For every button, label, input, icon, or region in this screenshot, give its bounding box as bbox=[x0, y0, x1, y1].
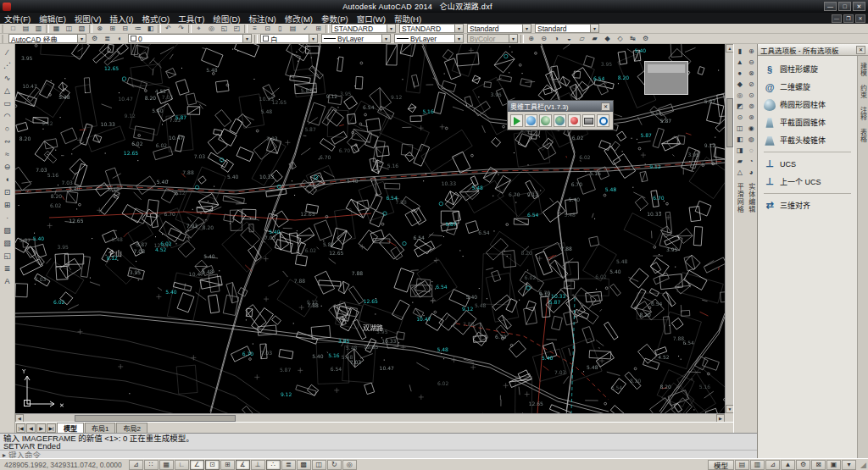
tool-palettes-title-bar[interactable]: 工具选项板 - 所有选项板 ✕ bbox=[758, 44, 868, 56]
zoom-previous-button[interactable]: ◰ bbox=[231, 24, 243, 33]
polygon-button[interactable]: △ bbox=[1, 84, 14, 97]
doc-minimize-button[interactable]: — bbox=[832, 14, 842, 23]
annotation-visibility-button[interactable]: ▲ bbox=[781, 460, 795, 470]
make-block-button[interactable]: ⊞ bbox=[1, 198, 14, 211]
solid-editing-tool-10-button[interactable]: ◔ bbox=[746, 156, 757, 167]
palette-item-helix-cylinder[interactable]: §圆柱形螺旋 bbox=[760, 60, 855, 78]
tab-nav-1[interactable]: ◀ bbox=[26, 423, 36, 433]
new-button[interactable]: □ bbox=[7, 24, 19, 33]
layer-properties-button[interactable]: ≣ bbox=[101, 34, 114, 43]
solid-editing-tool-3-button[interactable]: ⊘ bbox=[746, 79, 757, 90]
menu-view[interactable]: 视图(V) bbox=[70, 13, 106, 24]
publish-button[interactable]: ▧ bbox=[75, 24, 88, 33]
linetype-dropdown[interactable]: ByLayer▾ bbox=[321, 34, 391, 43]
arc-button[interactable]: ◠ bbox=[1, 109, 14, 122]
palette-item-cone-frustum[interactable]: 平截面圆锥体 bbox=[760, 113, 855, 131]
menu-dimension[interactable]: 标注(N) bbox=[245, 13, 281, 24]
solid-editing-tool-7-button[interactable]: ◉ bbox=[746, 123, 757, 134]
tab-nav-2[interactable]: ▶ bbox=[36, 423, 46, 433]
solid-editing-tool-9-button[interactable]: ◌ bbox=[746, 145, 757, 156]
menu-tools[interactable]: 工具(T) bbox=[174, 13, 209, 24]
menu-modify[interactable]: 修改(M) bbox=[281, 13, 317, 24]
menu-file[interactable]: 文件(F) bbox=[0, 13, 35, 24]
menu-format[interactable]: 格式(O) bbox=[137, 13, 174, 24]
doc-close-button[interactable]: ✕ bbox=[855, 14, 865, 23]
toolbar-grab-handle[interactable] bbox=[2, 25, 5, 33]
palette-tab-2[interactable]: 注释 bbox=[859, 107, 868, 120]
tool-palettes-button[interactable]: ▯ bbox=[274, 24, 287, 33]
markup-set-manager-button[interactable]: ✓ bbox=[299, 24, 312, 33]
layer-settings-button[interactable]: ⚙ bbox=[639, 34, 652, 43]
modeling-tool-7-button[interactable]: ◫ bbox=[734, 123, 745, 134]
clean-screen-button[interactable]: ▣ bbox=[826, 460, 841, 470]
block-editor-button[interactable]: ◧ bbox=[144, 24, 157, 33]
zoom-realtime-button[interactable]: ◎ bbox=[205, 24, 218, 33]
quick-view-layouts-button[interactable]: ▤ bbox=[735, 460, 749, 470]
drawing-canvas[interactable] bbox=[15, 44, 725, 413]
modeling-tool-9-button[interactable]: ◨ bbox=[734, 145, 745, 156]
tab-布局2[interactable]: 布局2 bbox=[116, 423, 147, 433]
3d-object-snap-toggle[interactable]: ⊞ bbox=[220, 460, 235, 470]
solid-editing-tool-2-button[interactable]: ⊗ bbox=[746, 68, 757, 79]
dynamic-input-toggle[interactable]: ∴ bbox=[266, 460, 281, 470]
layer-walk-button[interactable]: ↹ bbox=[626, 34, 639, 43]
layer-off-button[interactable]: ▰ bbox=[588, 34, 601, 43]
palette-item-pyramid-frustum[interactable]: 平截头棱锥体 bbox=[760, 131, 855, 149]
solid-editing-tool-11-button[interactable]: ◕ bbox=[746, 167, 757, 178]
object-snap-toggle[interactable]: ⊡ bbox=[205, 460, 220, 470]
minimize-button[interactable]: — bbox=[824, 2, 837, 11]
modeling-tool-6-button[interactable]: ⊙ bbox=[734, 112, 745, 123]
properties-button[interactable]: ≡ bbox=[248, 24, 261, 33]
match-properties-button[interactable]: ≔ bbox=[131, 24, 144, 33]
doc-restore-button[interactable]: ❐ bbox=[843, 14, 854, 23]
open-button[interactable]: ▤ bbox=[19, 24, 32, 33]
menu-insert[interactable]: 插入(I) bbox=[105, 13, 137, 24]
solid-editing-tool-4-button[interactable]: ⊙ bbox=[746, 90, 757, 101]
close-button[interactable]: ✕ bbox=[853, 2, 865, 11]
vertical-scroll-thumb[interactable] bbox=[726, 98, 733, 147]
table-button[interactable]: ≣ bbox=[1, 262, 14, 274]
menu-edit[interactable]: 编辑(E) bbox=[35, 13, 70, 24]
table-style-dropdown[interactable]: Standard▾ bbox=[467, 24, 531, 33]
dimension-style-dropdown[interactable]: STANDARD▾ bbox=[399, 24, 464, 33]
layer-unlock-button[interactable]: ◇ bbox=[614, 34, 626, 43]
modeling-tool-2-button[interactable]: ● bbox=[734, 68, 745, 79]
hatch-button[interactable]: ▨ bbox=[1, 224, 14, 236]
solid-editing-tool-6-button[interactable]: ⊛ bbox=[746, 112, 757, 123]
snap-mode-toggle[interactable]: ∷ bbox=[144, 460, 159, 470]
circle-button[interactable]: ○ bbox=[1, 122, 14, 135]
redo-button[interactable]: ↷ bbox=[175, 24, 187, 33]
compass-icon[interactable] bbox=[597, 114, 609, 127]
map-layer-icon[interactable] bbox=[539, 114, 552, 127]
workspace-settings-button[interactable]: ⚙ bbox=[88, 34, 101, 43]
tab-nav-3[interactable]: ▶| bbox=[47, 423, 56, 433]
layer-lock-button[interactable]: ◆ bbox=[601, 34, 614, 43]
modeling-tool-10-button[interactable]: ▰ bbox=[734, 156, 745, 167]
lineweight-display-toggle[interactable]: ≣ bbox=[281, 460, 296, 470]
layer-dropdown[interactable]: 0▾ bbox=[128, 34, 252, 43]
solid-editing-tool-5-button[interactable]: ⊚ bbox=[746, 101, 757, 112]
earth-icon[interactable] bbox=[554, 114, 566, 127]
palette-tab-1[interactable]: 约束 bbox=[859, 85, 868, 98]
marker-icon[interactable] bbox=[568, 114, 581, 127]
modeling-tool-4-button[interactable]: ◎ bbox=[734, 90, 745, 101]
tab-nav-0[interactable]: |◀ bbox=[16, 423, 25, 433]
spline-button[interactable]: ≈ bbox=[1, 147, 14, 160]
toolbar-lock-button[interactable]: ⊠ bbox=[811, 460, 826, 470]
toolbar-grab-handle[interactable] bbox=[2, 35, 5, 43]
revision-cloud-button[interactable]: ∾ bbox=[1, 135, 14, 147]
menu-window[interactable]: 窗口(W) bbox=[353, 13, 390, 24]
quick-calc-button[interactable]: ⊞ bbox=[312, 24, 325, 33]
construction-line-button[interactable]: ⋰ bbox=[1, 58, 14, 71]
color-dropdown[interactable]: 白▾ bbox=[260, 34, 318, 43]
palette-item-ucs[interactable]: ⊥UCS bbox=[760, 155, 855, 173]
layer-previous-button[interactable]: ⊖ bbox=[537, 34, 550, 43]
plot-style-dropdown[interactable]: ByColor▾ bbox=[467, 34, 518, 43]
menu-help[interactable]: 帮助(H) bbox=[390, 13, 426, 24]
palette-tab-3[interactable]: 表格 bbox=[859, 129, 868, 142]
grid-display-toggle[interactable]: ▦ bbox=[159, 460, 174, 470]
palette-close-icon[interactable]: ✕ bbox=[856, 46, 865, 54]
panel-icon[interactable] bbox=[582, 114, 595, 127]
cut-button[interactable]: ⊗ bbox=[93, 24, 106, 33]
copy-button[interactable]: ⊞ bbox=[106, 24, 119, 33]
